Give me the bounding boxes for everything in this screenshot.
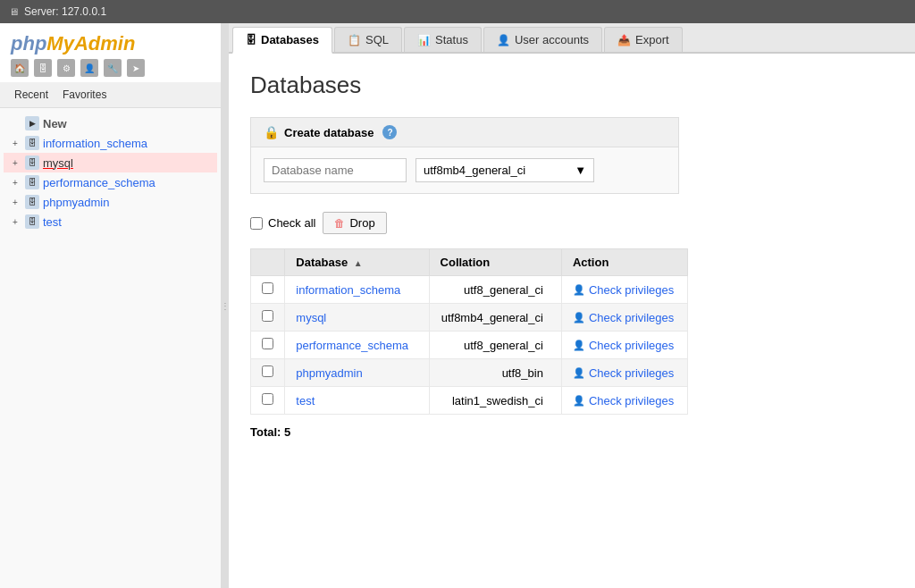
db-icon[interactable]: 🗄 bbox=[34, 59, 52, 77]
check-priv-icon: 👤 bbox=[573, 312, 585, 323]
user-icon[interactable]: 👤 bbox=[80, 59, 98, 77]
sidebar-item-label-performance-schema: performance_schema bbox=[43, 176, 155, 189]
db-icon-mysql: 🗄 bbox=[25, 155, 39, 170]
drop-label: Drop bbox=[349, 216, 374, 230]
col-header-collation: Collation bbox=[429, 249, 561, 276]
expander-icon: + bbox=[9, 176, 21, 189]
check-all-checkbox[interactable] bbox=[250, 217, 263, 230]
tab-user-accounts[interactable]: 👤 User accounts bbox=[483, 27, 602, 52]
collation-dropdown-icon: ▼ bbox=[575, 164, 586, 177]
content-area: 🗄 Databases 📋 SQL 📊 Status 👤 User accoun… bbox=[229, 23, 915, 588]
tab-user-accounts-label: User accounts bbox=[515, 33, 589, 46]
export-tab-icon: 📤 bbox=[617, 34, 631, 46]
sidebar: phpMyAdmin 🏠 🗄 ⚙ 👤 🔧 ➤ Recent Favorites … bbox=[0, 23, 222, 588]
database-name-input[interactable] bbox=[264, 158, 407, 182]
db-link-phpmyadmin[interactable]: phpmyadmin bbox=[296, 366, 362, 380]
logo-php: php bbox=[11, 32, 46, 55]
sidebar-tree: ▶ New + 🗄 information_schema + 🗄 mysql +… bbox=[0, 108, 221, 588]
logo-admin: Admin bbox=[74, 32, 135, 55]
collation-cell-performance_schema: utf8_general_ci bbox=[429, 332, 561, 359]
user-accounts-tab-icon: 👤 bbox=[497, 34, 510, 46]
sidebar-item-performance-schema[interactable]: + 🗄 performance_schema bbox=[4, 172, 217, 192]
check-privileges-link-test[interactable]: 👤Check privileges bbox=[573, 394, 676, 407]
db-icon-info: 🗄 bbox=[25, 136, 39, 150]
collation-value: utf8mb4_general_ci bbox=[424, 164, 525, 177]
sidebar-logo: phpMyAdmin 🏠 🗄 ⚙ 👤 🔧 ➤ bbox=[0, 23, 221, 82]
create-db-body: utf8mb4_general_ci ▼ bbox=[251, 147, 678, 193]
row-checkbox-phpmyadmin[interactable] bbox=[262, 365, 273, 377]
drop-button[interactable]: 🗑 Drop bbox=[323, 212, 386, 234]
db-icon-test: 🗄 bbox=[25, 214, 39, 229]
sidebar-nav-bar: Recent Favorites bbox=[0, 82, 221, 108]
help-icon[interactable]: ? bbox=[382, 125, 397, 139]
expander-icon bbox=[9, 117, 21, 130]
tab-export[interactable]: 📤 Export bbox=[604, 27, 683, 52]
sidebar-item-label-information-schema: information_schema bbox=[43, 137, 147, 150]
check-all-row: Check all bbox=[250, 216, 315, 230]
row-checkbox-information_schema[interactable] bbox=[262, 282, 273, 294]
table-row: performance_schemautf8_general_ci👤Check … bbox=[251, 332, 688, 359]
row-checkbox-mysql[interactable] bbox=[262, 310, 273, 322]
sidebar-item-information-schema[interactable]: + 🗄 information_schema bbox=[4, 133, 217, 153]
check-privileges-link-information_schema[interactable]: 👤Check privileges bbox=[573, 283, 676, 297]
expander-icon: + bbox=[9, 215, 21, 228]
gear-icon[interactable]: 🔧 bbox=[104, 59, 122, 77]
check-priv-icon: 👤 bbox=[573, 284, 585, 296]
col-header-action: Action bbox=[561, 249, 687, 276]
page-title: Databases bbox=[250, 71, 894, 99]
check-privileges-link-mysql[interactable]: 👤Check privileges bbox=[573, 311, 676, 324]
arrow-icon[interactable]: ➤ bbox=[127, 59, 145, 77]
sort-arrow-icon: ▲ bbox=[354, 258, 363, 268]
settings-icon[interactable]: ⚙ bbox=[57, 59, 75, 77]
db-link-test[interactable]: test bbox=[296, 394, 315, 407]
sidebar-item-label-mysql: mysql bbox=[43, 156, 73, 170]
home-icon[interactable]: 🏠 bbox=[11, 59, 29, 77]
new-db-icon: ▶ bbox=[25, 116, 39, 130]
collation-select[interactable]: utf8mb4_general_ci ▼ bbox=[416, 158, 594, 182]
sidebar-item-test[interactable]: + 🗄 test bbox=[4, 212, 217, 231]
row-checkbox-performance_schema[interactable] bbox=[262, 338, 273, 349]
check-priv-icon: 👤 bbox=[573, 367, 585, 379]
table-row: testlatin1_swedish_ci👤Check privileges bbox=[251, 387, 688, 415]
sidebar-item-phpmyadmin[interactable]: + 🗄 phpmyadmin bbox=[4, 192, 217, 212]
sidebar-resize-handle[interactable]: ⋮ bbox=[222, 23, 229, 588]
recent-button[interactable]: Recent bbox=[7, 86, 55, 104]
table-row: phpmyadminutf8_bin👤Check privileges bbox=[251, 359, 688, 387]
sidebar-item-new[interactable]: ▶ New bbox=[4, 113, 217, 133]
check-privileges-link-phpmyadmin[interactable]: 👤Check privileges bbox=[573, 366, 676, 380]
col-header-checkbox bbox=[251, 249, 285, 276]
logo-my: My bbox=[46, 32, 74, 55]
total-row: Total: 5 bbox=[250, 425, 894, 439]
db-link-information_schema[interactable]: information_schema bbox=[296, 283, 400, 297]
collation-cell-test: latin1_swedish_ci bbox=[429, 387, 561, 415]
databases-tab-icon: 🗄 bbox=[246, 34, 256, 46]
collation-cell-mysql: utf8mb4_general_ci bbox=[429, 304, 561, 332]
server-icon: 🖥 bbox=[9, 6, 19, 17]
favorites-button[interactable]: Favorites bbox=[55, 86, 113, 104]
status-tab-icon: 📊 bbox=[417, 34, 431, 46]
tab-status[interactable]: 📊 Status bbox=[404, 27, 482, 52]
db-link-mysql[interactable]: mysql bbox=[296, 311, 326, 324]
tab-databases[interactable]: 🗄 Databases bbox=[232, 27, 332, 54]
row-checkbox-test[interactable] bbox=[262, 393, 273, 405]
sql-tab-icon: 📋 bbox=[348, 34, 361, 46]
tab-export-label: Export bbox=[635, 33, 669, 46]
check-all-label[interactable]: Check all bbox=[268, 216, 315, 230]
drop-icon: 🗑 bbox=[334, 217, 345, 230]
action-bar: Check all 🗑 Drop bbox=[250, 212, 894, 234]
check-privileges-link-performance_schema[interactable]: 👤Check privileges bbox=[573, 339, 676, 352]
tab-sql-label: SQL bbox=[365, 33, 389, 46]
db-icon-phpmyadmin: 🗄 bbox=[25, 195, 39, 209]
db-link-performance_schema[interactable]: performance_schema bbox=[296, 339, 408, 352]
databases-table: Database ▲ Collation Action information_… bbox=[250, 248, 688, 415]
sidebar-item-label-test: test bbox=[43, 215, 62, 229]
tab-sql[interactable]: 📋 SQL bbox=[334, 27, 402, 52]
table-row: information_schemautf8_general_ci👤Check … bbox=[251, 276, 688, 304]
check-priv-icon: 👤 bbox=[573, 340, 585, 351]
db-icon-perf: 🗄 bbox=[25, 175, 39, 189]
create-db-header: 🔒 Create database ? bbox=[251, 118, 678, 147]
create-db-header-label: Create database bbox=[284, 126, 374, 139]
sidebar-item-mysql[interactable]: + 🗄 mysql bbox=[4, 153, 217, 172]
server-bar: 🖥 Server: 127.0.0.1 bbox=[0, 0, 915, 23]
col-header-database[interactable]: Database ▲ bbox=[285, 249, 429, 276]
